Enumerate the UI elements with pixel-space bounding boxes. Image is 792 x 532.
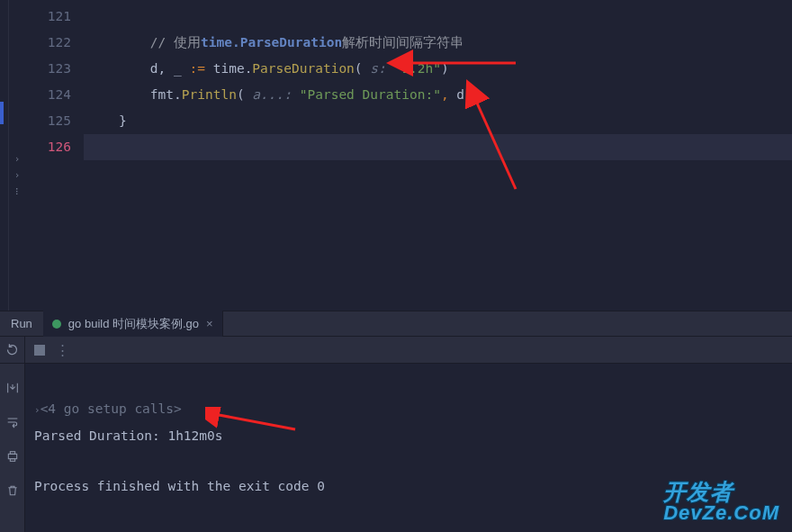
code-line[interactable]: // 使用time.ParseDuration解析时间间隔字符串 xyxy=(84,30,792,56)
close-icon[interactable]: × xyxy=(206,317,213,330)
run-tab[interactable]: go build 时间模块案例.go × xyxy=(43,311,223,337)
soft-wrap-button[interactable] xyxy=(0,405,24,439)
line-number[interactable]: 123 xyxy=(25,56,71,82)
rerun-icon xyxy=(5,343,19,356)
svg-rect-3 xyxy=(8,454,16,458)
left-margin xyxy=(0,0,9,311)
run-toolbar: ⋮ xyxy=(0,337,792,364)
code-line[interactable]: fmt.Println( a...: "Parsed Duration:", d… xyxy=(84,82,792,108)
console-side-toolbar xyxy=(0,364,25,532)
print-button[interactable] xyxy=(0,439,24,473)
console-setup-line: <4 go setup calls> xyxy=(40,401,182,416)
line-number[interactable]: 121 xyxy=(25,4,71,30)
editor-area: › › ⫶ 121 122 123 124 125 126 // 使用time.… xyxy=(0,0,792,311)
more-icon[interactable]: ⋮ xyxy=(56,343,70,357)
line-number[interactable]: 124 xyxy=(25,82,71,108)
toolbar-inner: ⋮ xyxy=(25,337,792,363)
trash-button[interactable] xyxy=(0,473,24,508)
expand-icon[interactable]: › xyxy=(34,404,40,416)
watermark: 开发者 DevZe.CoM xyxy=(663,481,779,523)
stop-button[interactable] xyxy=(34,345,45,356)
code-content[interactable]: // 使用time.ParseDuration解析时间间隔字符串 d, _ :=… xyxy=(84,0,792,311)
line-number-gutter: 121 122 123 124 125 126 xyxy=(25,0,84,311)
watermark-line1: 开发者 xyxy=(663,481,779,503)
code-line[interactable] xyxy=(84,4,792,30)
line-number[interactable]: 126 xyxy=(25,134,71,160)
fold-handle-icon[interactable]: › xyxy=(9,153,25,169)
current-line-highlight xyxy=(84,134,792,160)
line-number[interactable]: 122 xyxy=(25,30,71,56)
line-number[interactable]: 125 xyxy=(25,108,71,134)
code-line[interactable]: } xyxy=(84,108,792,134)
watermark-line2: DevZe.CoM xyxy=(663,503,779,523)
rerun-button[interactable] xyxy=(0,337,25,363)
run-status-icon xyxy=(52,320,61,329)
run-tabbar: Run go build 时间模块案例.go × xyxy=(0,311,792,337)
console-output-line: Parsed Duration: 1h12m0s xyxy=(34,428,223,443)
code-line[interactable]: d, _ := time.ParseDuration( s: "1.2h") xyxy=(84,56,792,82)
svg-rect-5 xyxy=(10,459,14,462)
svg-line-7 xyxy=(214,414,295,429)
fold-handle-icon[interactable]: ⫶ xyxy=(9,185,25,202)
console-exit-line: Process finished with the exit code 0 xyxy=(34,479,325,493)
scroll-to-end-button[interactable] xyxy=(0,371,24,405)
run-tab-label: go build 时间模块案例.go xyxy=(68,316,199,332)
margin-highlight xyxy=(0,102,4,124)
fold-handle-icon[interactable]: › xyxy=(9,169,25,185)
svg-rect-4 xyxy=(10,452,14,455)
left-fold-icons: › › ⫶ xyxy=(9,0,25,311)
run-toolwindow-label[interactable]: Run xyxy=(0,317,43,330)
